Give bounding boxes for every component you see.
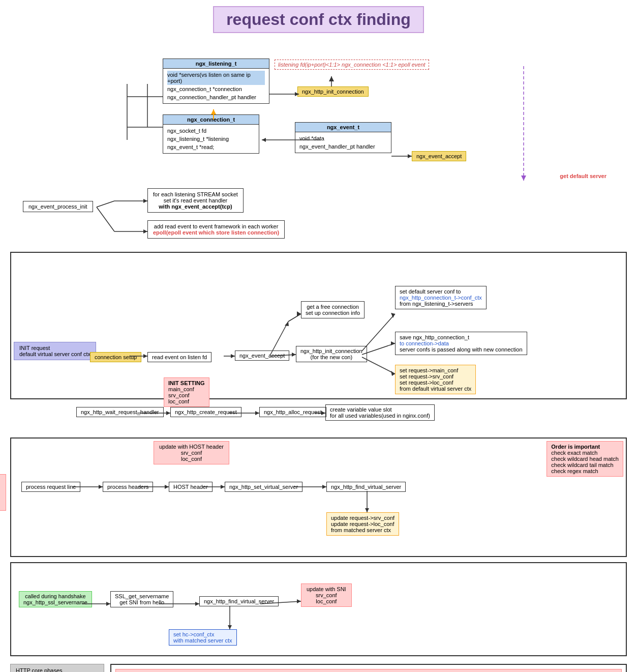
default-server-line3: from ngx_listening_t->servers bbox=[400, 301, 482, 307]
update-sni-box: update with SNI srv_conf loc_conf bbox=[301, 583, 352, 607]
update-request-box: update request->srv_conf update request-… bbox=[326, 512, 399, 536]
stream-line1: for each listening STREAM socket bbox=[153, 191, 238, 197]
set-request-line4: from default virtual server ctx bbox=[400, 386, 471, 392]
create-var-line2: for all used variables(used in nginx.con… bbox=[330, 413, 430, 419]
epoll-box: add read event to event framework in eac… bbox=[147, 220, 285, 239]
page-title: request conf ctx finding bbox=[213, 6, 424, 33]
svg-marker-1 bbox=[521, 176, 526, 181]
alloc-request-box: ngx_http_alloc_request bbox=[259, 407, 326, 417]
set-request-line1: set request->main_conf bbox=[400, 367, 471, 373]
phases-label-box: HTTP core phases ngx_http_core_run_phase… bbox=[10, 664, 104, 672]
init-request-label: INIT request default virtual server conf… bbox=[14, 342, 96, 360]
ngx-listening-row3: ngx_connection_handler_pt handler bbox=[167, 93, 265, 101]
ngx-connection-row2: ngx_listening_t *listening bbox=[167, 135, 255, 143]
svg-marker-43 bbox=[255, 411, 259, 415]
svg-marker-53 bbox=[322, 485, 326, 489]
update-loc-conf: update request->loc_conf bbox=[331, 521, 395, 527]
called-handshake-box: called during handshake ngx_http_ssl_ser… bbox=[19, 591, 92, 607]
create-var-box: create variable value slot for all used … bbox=[325, 404, 435, 421]
process-request-line-box: process request line bbox=[21, 482, 80, 492]
listening-fd-label: listening fd(ip+port)<1:1> ngx_connectio… bbox=[275, 60, 429, 70]
default-server-line1: set default server conf to bbox=[400, 288, 482, 295]
free-conn-line1: get a free connection bbox=[306, 304, 360, 310]
svg-marker-63 bbox=[228, 625, 232, 629]
ngx-connection-row3: ngx_event_t *read; bbox=[167, 143, 255, 151]
order-line2: check wildcard head match bbox=[551, 456, 619, 462]
ngx-event-accept-main: ngx_event_accept bbox=[235, 350, 289, 361]
order-line4: check regex match bbox=[551, 468, 619, 474]
phases-main-box: update loc_conf in NGX_HTTP_FIND_CONFIG_… bbox=[110, 664, 627, 672]
connection-setup-box: connection setup bbox=[90, 352, 141, 362]
svg-marker-7 bbox=[211, 109, 216, 114]
svg-marker-29 bbox=[285, 322, 289, 326]
order-important-header: Order is important bbox=[551, 444, 619, 450]
svg-marker-39 bbox=[391, 371, 395, 376]
save-conn-line1: save ngx_http_connection_t bbox=[400, 334, 523, 340]
phases-section: HTTP core phases ngx_http_core_run_phase… bbox=[10, 664, 627, 672]
init-request-line2: default virtual server conf ctx bbox=[19, 351, 90, 357]
phases-label-line1: HTTP core phases bbox=[16, 667, 99, 672]
top-section: listening fd(ip+port)<1:1> ngx_connectio… bbox=[15, 38, 622, 181]
default-server-line2: ngx_http_connection_t->conf_ctx bbox=[400, 295, 482, 301]
create-var-line1: create variable value slot bbox=[330, 406, 430, 413]
ngx-http-init-conn-main: ngx_http_init_connection (for the new co… bbox=[296, 346, 367, 362]
init-arrows-svg bbox=[15, 186, 622, 247]
svg-line-18 bbox=[97, 201, 114, 207]
update-host-line3: loc_conf bbox=[159, 456, 224, 462]
stream-line2: set it's read event handler bbox=[153, 197, 238, 203]
svg-marker-17 bbox=[329, 76, 334, 81]
svg-marker-61 bbox=[297, 599, 301, 603]
svg-marker-49 bbox=[165, 485, 169, 489]
svg-marker-55 bbox=[365, 508, 369, 512]
set-hc-box: set hc->conf_ctx with matched server ctx bbox=[169, 629, 237, 646]
main-section: INIT request default virtual server conf… bbox=[10, 252, 627, 399]
stream-line3: with ngx_event_accept(tcp) bbox=[153, 203, 238, 210]
ngx-connection-row1: ngx_socket_t fd bbox=[167, 127, 255, 135]
svg-marker-25 bbox=[143, 354, 147, 358]
svg-line-21 bbox=[97, 207, 114, 231]
main-section-arrows bbox=[11, 253, 626, 398]
set-request-line2: set request->srv_conf bbox=[400, 373, 471, 379]
create-request-box: ngx_http_create_request bbox=[170, 407, 241, 417]
svg-line-38 bbox=[362, 357, 395, 374]
ngx-event-box: ngx_event_t void *data ngx_event_handler… bbox=[295, 122, 391, 153]
update-host-line1: update with HOST header bbox=[159, 444, 224, 450]
ngx-event-accept-box: ngx_event_accept bbox=[412, 151, 466, 161]
ssl-get-line2: get SNI from hello bbox=[115, 599, 169, 605]
update-sni-line3: loc_conf bbox=[307, 598, 346, 604]
init-request-line1: INIT request bbox=[19, 345, 90, 351]
ngx-http-init-line2: (for the new con) bbox=[300, 354, 362, 360]
svg-marker-5 bbox=[408, 154, 412, 158]
ngx-listening-header: ngx_listening_t bbox=[163, 59, 269, 69]
set-request-line3: set request->loc_conf bbox=[400, 379, 471, 386]
ngx-listening-row1: void *servers(vs listen on same ip +port… bbox=[167, 71, 265, 85]
called-handshake-line1: called during handshake bbox=[23, 593, 87, 599]
set-hc-line2: with matched server ctx bbox=[173, 637, 232, 644]
svg-marker-57 bbox=[106, 602, 110, 606]
ngx-listening-row2: ngx_connection_t *connection bbox=[167, 85, 265, 93]
process-headers-box: process headers bbox=[103, 482, 153, 492]
svg-marker-27 bbox=[231, 354, 235, 358]
order-line3: check wildcard tail match bbox=[551, 462, 619, 468]
ngx-event-row1: void *data bbox=[299, 134, 387, 142]
save-conn-box: save ngx_http_connection_t to connection… bbox=[395, 332, 527, 355]
svg-marker-23 bbox=[143, 229, 147, 233]
read-event-box: read event on listen fd bbox=[147, 352, 211, 362]
svg-marker-35 bbox=[391, 313, 395, 318]
ssl-find-virtual-box: ngx_http_find_virtual_server bbox=[199, 596, 279, 606]
ngx-http-init-line1: ngx_http_init_connection bbox=[300, 348, 362, 354]
update-loc-title: update loc_conf in NGX_HTTP_FIND_CONFIG_… bbox=[115, 669, 622, 672]
update-host-line2: srv_conf bbox=[159, 450, 224, 456]
svg-marker-47 bbox=[99, 485, 103, 489]
wait-handler-box: ngx_http_wait_request_handler bbox=[76, 407, 164, 417]
process-label-line1: Process request line and header bbox=[0, 477, 1, 489]
virtual-server-section: Process request line and header Update s… bbox=[10, 437, 627, 557]
ssl-get-servername-box: SSL_get_servername get SNI from hello bbox=[110, 591, 173, 607]
init-setting-line1: main_conf bbox=[168, 386, 205, 392]
ngx-http-init-connection-box: ngx_http_init_connection bbox=[297, 86, 369, 97]
set-request-box: set request->main_conf set request->srv_… bbox=[395, 365, 476, 394]
process-init-box: ngx_event_process_init bbox=[23, 201, 93, 212]
free-conn-line2: set up connection info bbox=[306, 310, 360, 316]
process-label-line2: Update server_conf and loc_conf bbox=[0, 489, 1, 502]
update-srv-conf: update request->srv_conf bbox=[331, 515, 395, 521]
